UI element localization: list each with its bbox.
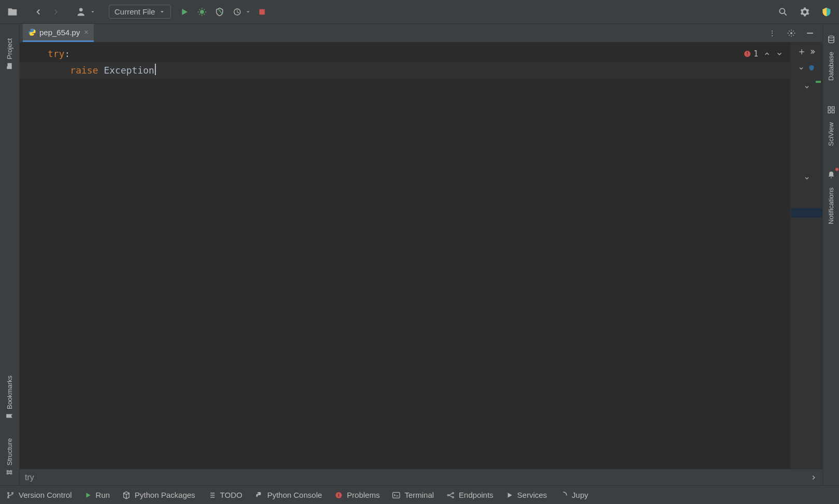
- chevron-right-icon[interactable]: [810, 474, 817, 481]
- svg-point-14: [8, 496, 9, 498]
- top-toolbar: Current File: [0, 0, 839, 24]
- python-file-icon: [28, 28, 36, 36]
- postgres-icon[interactable]: [807, 64, 816, 73]
- svg-point-19: [447, 494, 449, 496]
- endpoints-tool-tab[interactable]: Endpoints: [446, 491, 494, 499]
- terminal-label: Terminal: [404, 491, 434, 499]
- close-tab-icon[interactable]: ×: [84, 28, 88, 36]
- svg-point-13: [8, 492, 9, 494]
- services-icon: [506, 492, 513, 499]
- coverage-icon[interactable]: [212, 5, 227, 19]
- svg-point-0: [79, 8, 83, 11]
- loading-icon: [559, 491, 568, 499]
- svg-point-1: [200, 10, 205, 14]
- bookmarks-tool-tab[interactable]: Bookmarks: [6, 376, 13, 420]
- profile-icon[interactable]: [230, 5, 244, 19]
- warning-icon: !: [335, 491, 343, 499]
- terminal-icon: [392, 491, 400, 499]
- endpoints-label: Endpoints: [459, 491, 494, 499]
- code-class: Exception: [104, 65, 154, 76]
- svg-point-20: [452, 492, 454, 494]
- services-label: Services: [517, 491, 547, 499]
- chevron-down-icon: [159, 9, 165, 15]
- sciview-tool-tab[interactable]: SciView: [827, 122, 835, 146]
- svg-rect-3: [259, 9, 265, 15]
- svg-point-8: [828, 36, 834, 38]
- hide-tool-icon[interactable]: [803, 26, 817, 40]
- play-icon: [84, 492, 92, 499]
- database-tool-tab[interactable]: Database: [827, 52, 835, 81]
- run-tool-tab[interactable]: Run: [84, 491, 110, 499]
- console-tool-tab[interactable]: Python Console: [255, 491, 322, 499]
- notifications-icon[interactable]: [824, 168, 838, 182]
- svg-rect-12: [832, 110, 834, 113]
- todo-tool-tab[interactable]: TODO: [208, 491, 242, 499]
- avatar-shield-icon[interactable]: [819, 5, 834, 19]
- database-icon[interactable]: [824, 32, 838, 47]
- branch-icon: [6, 491, 15, 499]
- database-tool-label: Database: [827, 52, 835, 81]
- chevron-down-icon[interactable]: [804, 175, 810, 181]
- problems-tool-tab[interactable]: ! Problems: [335, 491, 380, 499]
- vcs-tool-tab[interactable]: Version Control: [6, 491, 72, 499]
- code-editor[interactable]: ! 1 try: raise Exception: [20, 42, 790, 469]
- problems-label: Problems: [347, 491, 380, 499]
- packages-tool-tab[interactable]: Python Packages: [122, 491, 195, 499]
- profile-chevron-down-icon[interactable]: [244, 5, 252, 19]
- project-tool-label: Project: [6, 38, 13, 59]
- more-tabs-icon[interactable]: ⋮: [765, 26, 780, 40]
- file-tab[interactable]: pep_654.py ×: [23, 24, 94, 42]
- python-icon: [255, 491, 263, 499]
- packages-icon: [122, 491, 131, 499]
- sciview-icon[interactable]: [824, 103, 838, 117]
- svg-point-5: [790, 32, 792, 34]
- open-folder-icon[interactable]: [5, 5, 20, 19]
- run-config-combo[interactable]: Current File: [109, 5, 171, 19]
- debug-icon[interactable]: [195, 5, 209, 19]
- file-tab-label: pep_654.py: [39, 28, 80, 37]
- svg-point-21: [452, 496, 454, 498]
- sciview-tool-label: SciView: [827, 122, 835, 146]
- notifications-tool-tab[interactable]: Notifications: [827, 188, 835, 224]
- breadcrumb-path[interactable]: try: [25, 473, 34, 482]
- add-datasource-icon[interactable]: [798, 48, 805, 55]
- nav-forward-icon[interactable]: [49, 5, 63, 19]
- breadcrumb: try: [20, 469, 822, 485]
- code-keyword: try: [48, 48, 65, 59]
- svg-text:!: !: [338, 492, 339, 497]
- run-icon[interactable]: [177, 5, 192, 19]
- structure-tool-tab[interactable]: Structure: [6, 438, 13, 476]
- services-tool-tab[interactable]: Services: [506, 491, 547, 499]
- marker-ok: [816, 81, 821, 83]
- right-tool-gutter: Database SciView Notifications: [822, 24, 839, 485]
- search-icon[interactable]: [776, 5, 790, 19]
- todo-label: TODO: [220, 491, 242, 499]
- console-label: Python Console: [267, 491, 322, 499]
- tab-settings-gear-icon[interactable]: [784, 26, 799, 40]
- list-icon: [208, 491, 216, 499]
- structure-tool-label: Structure: [6, 438, 13, 466]
- endpoints-icon: [446, 491, 455, 499]
- packages-label: Python Packages: [135, 491, 195, 499]
- vcs-label: Version Control: [19, 491, 72, 499]
- terminal-tool-tab[interactable]: Terminal: [392, 491, 434, 499]
- nav-back-icon[interactable]: [31, 5, 46, 19]
- left-tool-gutter: Project Bookmarks Structure: [0, 24, 20, 485]
- chevron-down-icon[interactable]: [798, 65, 804, 71]
- run-label: Run: [96, 491, 110, 499]
- project-tool-tab[interactable]: Project: [6, 38, 13, 69]
- svg-rect-18: [393, 492, 400, 498]
- add-user-icon[interactable]: [75, 5, 89, 19]
- code-keyword: raise: [70, 65, 98, 76]
- svg-point-4: [779, 8, 785, 13]
- run-config-label: Current File: [114, 7, 155, 16]
- settings-gear-icon[interactable]: [798, 5, 812, 19]
- text-caret: [155, 64, 156, 75]
- add-user-chevron-down-icon[interactable]: [89, 5, 96, 19]
- expand-toolbar-icon[interactable]: [808, 48, 816, 55]
- chevron-down-icon[interactable]: [804, 84, 810, 90]
- jupyter-tool-tab[interactable]: Jupy: [559, 491, 588, 499]
- notifications-tool-label: Notifications: [827, 188, 835, 224]
- stop-icon[interactable]: [255, 5, 269, 19]
- marker-strip: [790, 42, 822, 469]
